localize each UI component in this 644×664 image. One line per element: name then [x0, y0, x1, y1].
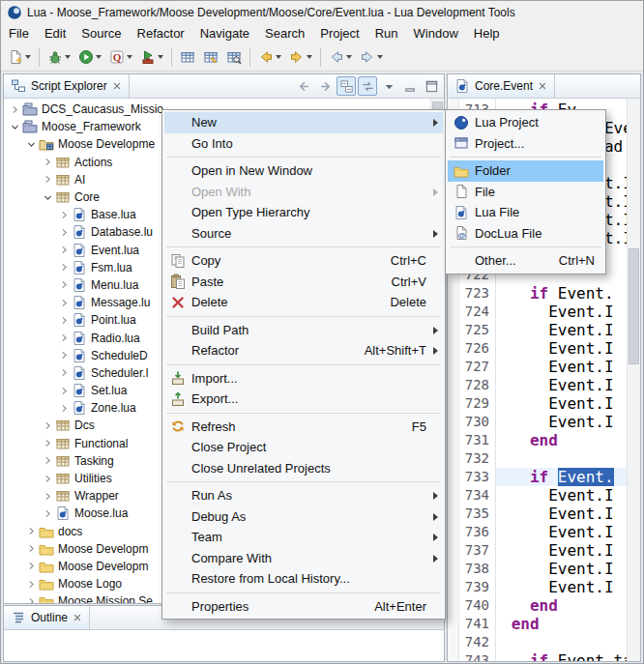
menu-item-open-with[interactable]: Open With [164, 182, 443, 203]
collapsed-twisty-icon[interactable] [57, 208, 72, 222]
menubar-item-search[interactable]: Search [257, 25, 312, 42]
menu-item-open-in-new-window[interactable]: Open in New Window [164, 160, 443, 182]
menu-item-run-as[interactable]: Run As [164, 485, 443, 506]
menu-item-refresh[interactable]: RefreshF5 [164, 417, 443, 438]
collapsed-twisty-icon[interactable] [41, 489, 55, 504]
close-icon[interactable] [73, 613, 82, 622]
forward-nav-button[interactable] [315, 76, 335, 96]
menubar-item-source[interactable]: Source [73, 25, 129, 42]
menu-item-copy[interactable]: CopyCtrl+C [164, 250, 443, 272]
code-line[interactable] [496, 633, 640, 651]
menu-item-lua-project[interactable]: Lua Project [448, 112, 603, 133]
collapsed-twisty-icon[interactable] [41, 453, 55, 468]
menubar-item-help[interactable]: Help [466, 25, 508, 42]
menu-item-export[interactable]: Export... [164, 389, 443, 410]
menu-item-go-into[interactable]: Go Into [164, 133, 443, 155]
dropdown-arrow-icon[interactable] [377, 55, 383, 59]
menu-item-other[interactable]: Other...Ctrl+N [448, 250, 603, 272]
scrollbar-thumb[interactable] [629, 248, 639, 364]
link-editor-button[interactable] [358, 76, 377, 96]
tab-script-explorer[interactable]: Script Explorer [4, 74, 130, 98]
menubar-item-file[interactable]: File [1, 25, 37, 42]
menu-item-open-type-hierarchy[interactable]: Open Type Hierarchy [164, 202, 443, 223]
collapsed-twisty-icon[interactable] [57, 331, 72, 345]
editor-scrollbar[interactable] [627, 99, 640, 661]
back-button[interactable] [325, 45, 356, 69]
expanded-twisty-icon[interactable] [24, 137, 39, 152]
collapsed-twisty-icon[interactable] [57, 225, 72, 240]
collapsed-twisty-icon[interactable] [24, 559, 39, 573]
dropdown-arrow-icon[interactable] [65, 55, 71, 59]
menubar-item-navigate[interactable]: Navigate [192, 25, 257, 42]
menu-item-build-path[interactable]: Build Path [164, 320, 443, 341]
code-line[interactable]: Event.I [496, 339, 640, 358]
collapsed-twisty-icon[interactable] [57, 384, 72, 398]
coverage-button[interactable]: Q [105, 45, 136, 69]
collapsed-twisty-icon[interactable] [41, 506, 55, 521]
tab-outline[interactable]: Outline [4, 606, 90, 629]
forward-button[interactable] [356, 45, 387, 69]
collapsed-twisty-icon[interactable] [57, 365, 72, 380]
code-line[interactable]: Event.I [496, 560, 640, 578]
collapsed-twisty-icon[interactable] [24, 577, 39, 592]
collapsed-twisty-icon[interactable] [24, 541, 39, 556]
close-icon[interactable] [538, 81, 547, 91]
view-menu-button[interactable] [379, 76, 398, 96]
maximize-button[interactable] [422, 76, 441, 96]
menu-item-new[interactable]: New [164, 112, 443, 133]
code-line[interactable] [496, 449, 640, 468]
collapsed-twisty-icon[interactable] [8, 102, 22, 117]
next-edit-button[interactable] [285, 45, 316, 69]
collapsed-twisty-icon[interactable] [24, 524, 39, 538]
menu-item-lua-file[interactable]: Lua File [448, 202, 603, 223]
code-line[interactable]: Event.I [496, 358, 640, 376]
menu-item-import[interactable]: Import... [164, 368, 443, 390]
debug-button[interactable] [44, 45, 74, 69]
run-button[interactable] [74, 45, 105, 69]
dropdown-arrow-icon[interactable] [96, 55, 102, 59]
code-line[interactable]: Event.I [496, 578, 640, 596]
table-view-button[interactable] [222, 45, 246, 69]
collapsed-twisty-icon[interactable] [57, 401, 72, 416]
menu-item-doclua-file[interactable]: @DocLua File [448, 223, 603, 245]
collapsed-twisty-icon[interactable] [57, 277, 72, 292]
collapsed-twisty-icon[interactable] [24, 594, 39, 603]
expanded-twisty-icon[interactable] [41, 190, 55, 205]
menu-item-refactor[interactable]: RefactorAlt+Shift+T [164, 340, 443, 361]
menubar-item-project[interactable]: Project [312, 25, 366, 42]
code-line[interactable]: end [496, 596, 640, 615]
menubar-item-edit[interactable]: Edit [37, 25, 73, 42]
collapsed-twisty-icon[interactable] [57, 243, 72, 257]
collapsed-twisty-icon[interactable] [41, 419, 55, 433]
code-line[interactable]: Event.I [496, 486, 640, 505]
code-line[interactable]: end [496, 615, 640, 633]
menu-item-team[interactable]: Team [164, 527, 443, 548]
external-tools-button[interactable] [136, 45, 167, 69]
code-line[interactable]: Event.I [496, 541, 640, 560]
collapse-all-button[interactable] [337, 76, 356, 96]
back-nav-button[interactable] [294, 76, 313, 96]
dropdown-arrow-icon[interactable] [127, 55, 132, 59]
new-wizard-button[interactable] [4, 45, 35, 69]
collapsed-twisty-icon[interactable] [57, 260, 72, 274]
dropdown-arrow-icon[interactable] [25, 55, 31, 59]
menubar-item-refactor[interactable]: Refactor [130, 25, 192, 42]
code-line[interactable]: if Event. [496, 284, 640, 303]
dropdown-arrow-icon[interactable] [346, 55, 352, 59]
code-line[interactable]: if Event.ta [496, 651, 640, 661]
dropdown-arrow-icon[interactable] [158, 55, 163, 59]
menu-item-compare-with[interactable]: Compare With [164, 548, 443, 569]
code-line[interactable]: Event.I [496, 303, 640, 321]
collapsed-twisty-icon[interactable] [41, 436, 55, 450]
code-line[interactable]: Event.I [496, 376, 640, 394]
menu-item-close-unrelated-projects[interactable]: Close Unrelated Projects [164, 458, 443, 479]
tab-core-event[interactable]: Core.Event [448, 74, 555, 98]
code-line[interactable]: Event.I [496, 505, 640, 523]
menu-item-file[interactable]: File [448, 182, 603, 203]
menubar-item-run[interactable]: Run [367, 25, 406, 42]
menu-item-close-project[interactable]: Close Project [164, 437, 443, 458]
menu-item-restore-from-local-history[interactable]: Restore from Local History... [164, 568, 443, 590]
code-line[interactable]: Event.I [496, 394, 640, 413]
menu-item-folder[interactable]: Folder [448, 160, 603, 182]
menubar-item-window[interactable]: Window [406, 25, 466, 42]
